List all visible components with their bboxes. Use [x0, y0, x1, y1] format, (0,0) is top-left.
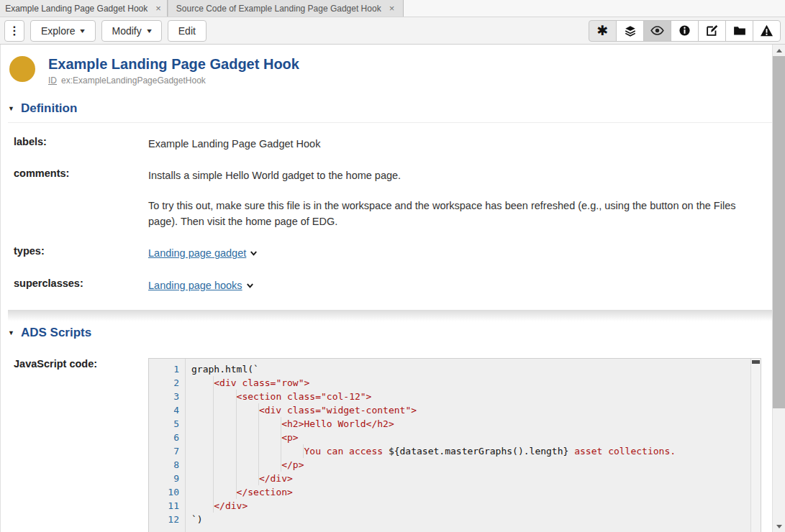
- ads-scripts-section-header[interactable]: ▼ ADS Scripts: [8, 326, 772, 347]
- indent-guide: [259, 458, 281, 472]
- layers-button[interactable]: [616, 20, 644, 42]
- indent-guide: [259, 431, 281, 444]
- indent-guide: [237, 444, 259, 458]
- line-number: 9: [149, 472, 179, 485]
- code-text: </div>: [179, 499, 248, 513]
- scroll-down-arrow[interactable]: [773, 520, 785, 532]
- indent-guide: [191, 417, 214, 431]
- indent-guide: [214, 431, 236, 444]
- code-text: graph.html(`: [179, 362, 259, 376]
- modify-button[interactable]: Modify ▾: [101, 20, 162, 42]
- field-value: Landing page gadget: [148, 245, 772, 262]
- indent-guide: [237, 472, 259, 485]
- indent-guide: [281, 444, 304, 458]
- eye-button[interactable]: [643, 20, 671, 42]
- javascript-code-row: JavaScript code: 1graph.html(`2<div clas…: [8, 358, 772, 532]
- line-number: 8: [149, 458, 179, 472]
- eye-icon: [650, 25, 664, 36]
- code-text: <h2>Hello World</h2>: [179, 417, 394, 431]
- line-number: 1: [149, 362, 179, 376]
- code-text: <section class="col-12">: [179, 390, 371, 403]
- code-lines: 1graph.html(`2<div class="row">3<section…: [149, 362, 749, 526]
- javascript-code-label: JavaScript code:: [8, 358, 148, 532]
- caret-down-icon: ▾: [147, 27, 152, 35]
- layers-icon: [624, 24, 637, 37]
- folder-icon: [733, 25, 746, 36]
- view-mode-icon-group: ✱: [589, 20, 781, 42]
- scroll-up-arrow[interactable]: [773, 45, 785, 56]
- close-icon[interactable]: ×: [389, 4, 396, 13]
- resource-link[interactable]: Landing page gadget: [148, 247, 246, 259]
- tab-example-landing-page-gadget-hook[interactable]: Example Landing Page Gadget Hook ×: [0, 0, 168, 17]
- close-icon[interactable]: ×: [155, 4, 162, 13]
- page-scrollbar[interactable]: [773, 45, 785, 532]
- caret-down-icon: ▾: [81, 27, 86, 35]
- code-text: </p>: [179, 458, 304, 472]
- edit-form-button[interactable]: [698, 20, 726, 42]
- edit-button[interactable]: Edit: [168, 20, 207, 42]
- indent-guide: [214, 444, 236, 458]
- page-title: Example Landing Page Gadget Hook: [48, 55, 299, 73]
- tab-label: Source Code of Example Landing Page Gadg…: [176, 4, 381, 14]
- indent-guide: [214, 485, 236, 499]
- warning-button[interactable]: [753, 20, 781, 42]
- tab-source-code[interactable]: Source Code of Example Landing Page Gadg…: [168, 0, 404, 17]
- field-row: types:Landing page gadget: [8, 245, 772, 262]
- code-segment: ${dataset.masterGraphs().length}: [389, 446, 568, 457]
- info-button[interactable]: [671, 20, 699, 42]
- code-line: 2<div class="row">: [149, 376, 749, 390]
- collapse-icon[interactable]: ▼: [8, 329, 14, 336]
- line-number: 2: [149, 376, 179, 390]
- folder-button[interactable]: [725, 20, 753, 42]
- code-segment: asset collections.: [568, 446, 676, 457]
- collapse-icon[interactable]: ▼: [8, 105, 14, 112]
- asterisk-icon: ✱: [597, 24, 609, 37]
- field-paragraph: To try this out, make sure this file is …: [148, 198, 753, 229]
- asterisk-button[interactable]: ✱: [589, 20, 617, 42]
- indent-guide: [214, 390, 236, 403]
- indent-guide: [191, 485, 214, 499]
- indent-guide: [191, 376, 214, 390]
- line-number: 7: [149, 444, 179, 458]
- id-label: ID: [48, 75, 57, 86]
- kebab-menu-button[interactable]: ⋮: [4, 20, 24, 42]
- code-line: 3<section class="col-12">: [149, 390, 749, 403]
- page-scrollbar-thumb[interactable]: [773, 56, 785, 408]
- kebab-icon: ⋮: [9, 24, 20, 37]
- code-editor[interactable]: 1graph.html(`2<div class="row">3<section…: [148, 358, 761, 532]
- code-line: 6<p>: [149, 431, 749, 444]
- code-line: 10</section>: [149, 485, 749, 499]
- explore-button[interactable]: Explore ▾: [30, 20, 96, 42]
- indent-guide: [191, 390, 214, 403]
- definition-section-header[interactable]: ▼ Definition: [8, 101, 772, 123]
- warning-icon: [760, 24, 773, 37]
- code-segment: </section>: [237, 487, 293, 497]
- code-segment: <p>: [281, 432, 298, 443]
- resource-link[interactable]: Landing page hooks: [148, 280, 242, 291]
- section-divider: [8, 310, 772, 321]
- code-editor-scrollbar[interactable]: [750, 359, 761, 532]
- code-line: 8</p>: [149, 458, 749, 472]
- code-line: 9</div>: [149, 472, 749, 485]
- avatar: [9, 56, 35, 82]
- code-editor-scrollbar-thumb[interactable]: [752, 360, 760, 364]
- chevron-down-icon[interactable]: [246, 280, 254, 292]
- chevron-down-icon[interactable]: [250, 248, 258, 260]
- field-label: types:: [8, 245, 148, 262]
- object-id: IDex:ExampleLandingPageGadgetHook: [48, 75, 299, 86]
- tab-bar: Example Landing Page Gadget Hook × Sourc…: [0, 0, 785, 17]
- line-number: 10: [149, 485, 179, 499]
- definition-rows: labels:Example Landing Page Gadget Hookc…: [8, 123, 772, 294]
- code-line: 11</div>: [149, 499, 749, 513]
- code-text: </section>: [179, 485, 293, 499]
- code-segment: <div class="row">: [214, 377, 309, 388]
- indent-guide: [237, 417, 259, 431]
- indent-guide: [237, 431, 259, 444]
- id-value: ex:ExampleLandingPageGadgetHook: [61, 75, 206, 86]
- code-line: 7You can access ${dataset.masterGraphs()…: [149, 444, 749, 458]
- indent-guide: [191, 431, 214, 444]
- modify-label: Modify: [112, 25, 142, 37]
- line-number: 3: [149, 390, 179, 403]
- line-number: 5: [149, 417, 179, 431]
- indent-guide: [191, 472, 214, 485]
